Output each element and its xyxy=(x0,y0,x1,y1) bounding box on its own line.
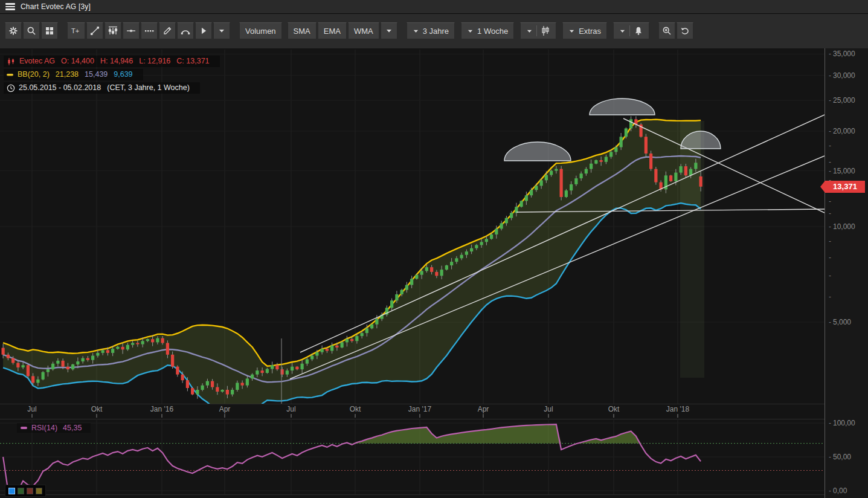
candle xyxy=(555,169,558,171)
candle xyxy=(281,369,284,375)
y-axis-minor-tick: - xyxy=(829,237,833,245)
candle xyxy=(355,336,358,341)
candle xyxy=(306,359,309,363)
candle xyxy=(96,353,99,356)
candle xyxy=(460,255,463,259)
candle xyxy=(11,358,14,363)
rsi-axis-tick-label: -100,00 xyxy=(829,419,855,427)
clock-icon xyxy=(7,84,15,92)
bollinger-lower-value: 9,639 xyxy=(114,70,132,80)
candle xyxy=(261,370,264,373)
candle xyxy=(141,341,144,344)
candle xyxy=(131,343,134,344)
candle xyxy=(295,367,298,369)
rsi-name: RSI(14) xyxy=(31,424,57,432)
candle xyxy=(36,380,39,383)
candle xyxy=(315,352,318,356)
candle xyxy=(221,390,224,392)
candle xyxy=(625,128,628,137)
palette-swatch[interactable] xyxy=(18,488,24,494)
candle xyxy=(694,163,697,169)
x-axis-tick-label: Apr xyxy=(219,405,231,413)
x-axis-tick-label: Jul xyxy=(27,405,36,413)
candle xyxy=(420,271,423,274)
x-axis-tick-label: Jan '18 xyxy=(666,405,689,413)
high-value: H: 14,946 xyxy=(100,56,133,66)
x-axis-tick-label: Okt xyxy=(608,405,620,413)
candle xyxy=(435,272,438,276)
candle xyxy=(475,245,478,248)
candle xyxy=(22,365,25,367)
candle xyxy=(510,213,513,218)
bollinger-upper-value: 21,238 xyxy=(56,70,79,80)
candle xyxy=(326,349,329,351)
chart-legend: Evotec AG O: 14,400 H: 14,946 L: 12,916 … xyxy=(4,56,220,95)
palette-swatch[interactable] xyxy=(27,488,33,494)
candlestick-legend-icon xyxy=(7,57,16,66)
x-axis-tick-label: Okt xyxy=(350,405,361,413)
candle xyxy=(335,346,338,348)
candle xyxy=(106,350,109,353)
candle xyxy=(455,258,458,262)
y-axis-tick-label: -15,000 xyxy=(829,167,855,175)
palette-swatch[interactable] xyxy=(8,488,15,494)
chart-area[interactable]: -35,000-30,000-25,000-20,000-15,000-10,0… xyxy=(0,48,868,498)
bollinger-swatch-icon xyxy=(7,73,14,77)
candle xyxy=(66,367,69,369)
annotation-ellipse[interactable] xyxy=(504,142,571,161)
candle xyxy=(550,171,553,175)
candle xyxy=(301,364,304,369)
candle xyxy=(684,166,687,175)
candle xyxy=(176,367,179,375)
candle xyxy=(196,390,199,395)
candle xyxy=(520,201,523,207)
x-axis-tick-label: Okt xyxy=(91,405,103,413)
candle xyxy=(186,380,189,388)
candle xyxy=(31,376,34,383)
chart-application-window: Chart Evotec AG [3y] T+ xyxy=(0,0,868,498)
candle xyxy=(341,342,344,348)
candle xyxy=(620,137,623,147)
low-value: L: 12,916 xyxy=(139,56,170,66)
annotation-ellipse[interactable] xyxy=(590,99,655,115)
candle xyxy=(62,361,65,367)
candle xyxy=(350,339,353,341)
candle xyxy=(321,349,324,352)
candle xyxy=(530,190,533,195)
candle xyxy=(42,372,45,380)
rsi-axis-tick-label: -50,00 xyxy=(829,453,851,461)
candle xyxy=(490,234,493,239)
candle xyxy=(395,294,398,300)
main-plot xyxy=(2,99,825,423)
y-axis-minor-tick: - xyxy=(829,253,833,262)
candle xyxy=(216,387,219,392)
candle xyxy=(136,343,139,344)
bollinger-legend-row: BB(20, 2) 21,238 15,439 9,639 xyxy=(4,69,143,80)
candle xyxy=(480,242,483,245)
y-axis-minor-tick: - xyxy=(829,141,833,150)
y-axis-tick-label: -30,000 xyxy=(829,71,855,80)
candle xyxy=(614,147,617,152)
candle xyxy=(465,251,468,255)
y-axis-tick-label: -20,000 xyxy=(829,127,855,135)
candle xyxy=(161,338,164,343)
date-range-detail: (CET, 3 Jahre, 1 Woche) xyxy=(107,83,190,93)
candle xyxy=(375,319,378,325)
candle xyxy=(271,365,274,369)
rsi-axis-tick-label: -0,00 xyxy=(829,487,847,495)
x-axis-tick-label: Jul xyxy=(286,405,295,413)
y-axis-tick-label: -25,000 xyxy=(829,96,855,105)
y-axis-minor-tick: - xyxy=(829,293,833,301)
candle xyxy=(91,356,94,360)
candle xyxy=(400,290,403,294)
palette-swatch[interactable] xyxy=(36,488,42,494)
candle xyxy=(181,375,184,381)
candle xyxy=(346,339,349,342)
candle xyxy=(201,386,204,390)
candle xyxy=(286,370,289,375)
y-axis-minor-tick: - xyxy=(829,271,833,280)
candle xyxy=(206,381,209,386)
candle xyxy=(525,195,528,201)
candle xyxy=(361,333,364,336)
candle xyxy=(680,166,683,173)
